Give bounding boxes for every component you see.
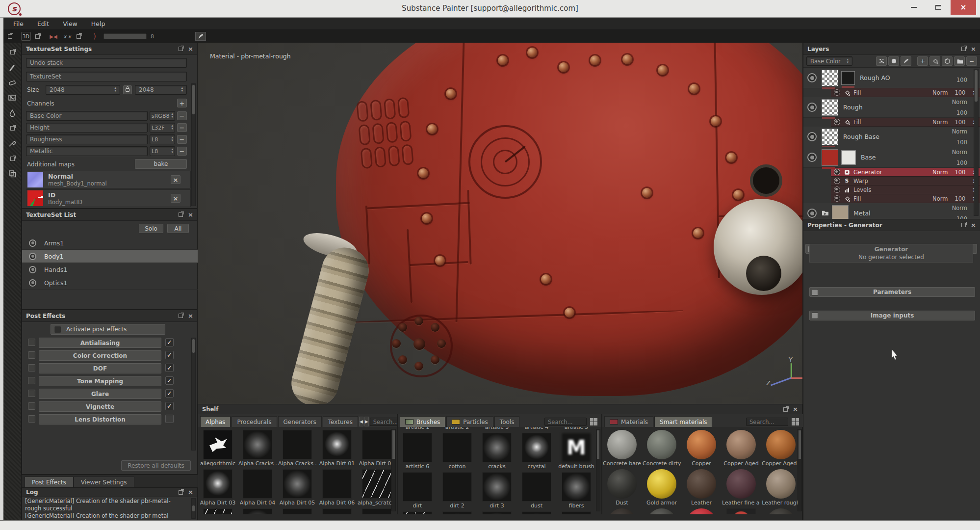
close-icon[interactable]: × — [971, 47, 976, 52]
layer-visibility-toggle[interactable] — [807, 132, 817, 141]
add-effect-icon[interactable] — [876, 56, 887, 66]
folder-expand-icon[interactable] — [822, 209, 829, 218]
visibility-radio-icon[interactable] — [29, 253, 36, 260]
visibility-radio-icon[interactable] — [29, 239, 36, 247]
export-icon[interactable] — [77, 34, 81, 39]
checkbox-unchecked[interactable] — [54, 326, 61, 333]
shelf-item[interactable]: Alpha Cracks ... — [240, 430, 275, 467]
effect-visibility-toggle[interactable] — [834, 186, 840, 193]
xx-projection-icon[interactable]: x x — [62, 32, 72, 41]
shelf-item[interactable]: Alpha Dirt 02 — [359, 430, 394, 467]
scrollbar[interactable] — [191, 338, 196, 450]
delete-layer-icon[interactable]: − — [966, 56, 977, 66]
layer-mask-thumbnail[interactable] — [841, 71, 855, 85]
layer-thumbnail[interactable] — [822, 99, 838, 116]
effect-row[interactable]: Fill Norm100× — [831, 118, 980, 127]
effect-row-lens-distortion[interactable]: Lens Distortion — [39, 414, 161, 424]
menu-edit[interactable]: Edit — [31, 19, 55, 29]
shelf-item[interactable] — [479, 511, 515, 514]
tab-smart-materials[interactable]: Smart materials — [654, 416, 712, 427]
lock-ratio-icon[interactable] — [123, 85, 132, 94]
close-button[interactable]: × — [951, 0, 976, 15]
effect-row-selected[interactable]: Generator Norm100× — [831, 168, 980, 177]
paint-layer-icon[interactable] — [901, 56, 911, 66]
export-icon[interactable] — [35, 34, 40, 39]
shelf-item[interactable]: cotton — [439, 433, 475, 470]
textureset-item[interactable]: Arms1 — [22, 237, 198, 250]
add-channel-button[interactable]: + — [177, 99, 187, 107]
smudge-tool[interactable] — [6, 107, 18, 119]
channel-name[interactable]: Roughness — [26, 134, 148, 144]
shelf-item[interactable]: Alpha Dirt 05 — [280, 469, 315, 506]
remove-map-button[interactable]: × — [171, 175, 181, 184]
effect-visibility-toggle[interactable] — [834, 119, 840, 125]
detach-icon[interactable] — [6, 122, 18, 134]
shelf-item[interactable]: Alpha Dirt 06 — [319, 469, 355, 506]
shelf-item[interactable]: crystal — [519, 433, 554, 470]
projection-tool[interactable] — [6, 92, 18, 104]
shelf-item[interactable] — [684, 508, 719, 514]
shelf-item[interactable]: Mdefault brush — [559, 433, 594, 470]
shelf-item[interactable] — [559, 511, 594, 514]
shelf-item[interactable] — [319, 508, 355, 514]
visibility-radio-icon[interactable] — [29, 266, 36, 273]
falloff-curve-icon[interactable]: ) — [90, 32, 100, 41]
size-width-select[interactable]: 2048 ▴▾ — [46, 85, 120, 95]
search-input[interactable]: Search... — [746, 418, 788, 426]
image-inputs-section-header[interactable]: Image inputs — [809, 311, 975, 320]
bake-button[interactable]: bake — [135, 159, 187, 169]
tab-viewer-settings[interactable]: Viewer Settings — [74, 477, 134, 487]
fill-layer-icon[interactable] — [929, 56, 940, 66]
tab-brushes[interactable]: Brushes — [400, 416, 445, 427]
shelf-item[interactable]: Leather — [684, 469, 719, 506]
all-button[interactable]: All — [167, 224, 189, 233]
channel-format-select[interactable]: sRGB8▴▾ — [150, 111, 175, 121]
layer-visibility-toggle[interactable] — [807, 73, 817, 82]
shelf-item[interactable]: Concrete dirty — [644, 430, 679, 467]
shelf-item[interactable] — [519, 511, 554, 514]
parameters-section-header[interactable]: Parameters — [809, 287, 975, 297]
shelf-item[interactable] — [200, 508, 235, 514]
layer-mask-thumbnail[interactable] — [841, 150, 856, 165]
effect-row[interactable]: Levels × — [831, 186, 980, 194]
shelf-item[interactable]: Copper Aged ... — [763, 430, 799, 467]
brush-size-slider[interactable] — [103, 33, 147, 39]
shelf-item[interactable]: alpha_scratch... — [359, 469, 394, 506]
grid-view-icon[interactable] — [590, 418, 597, 425]
effect-row-vignette[interactable]: Vignette — [39, 401, 161, 412]
tab-generators[interactable]: Generators — [278, 416, 322, 427]
remove-channel-button[interactable]: − — [177, 123, 187, 132]
channel-name[interactable]: Base Color — [26, 111, 148, 121]
layer-thumbnail[interactable] — [822, 129, 838, 145]
effect-checkbox[interactable]: ✓ — [165, 364, 174, 372]
shelf-item[interactable] — [280, 508, 315, 514]
effect-checkbox[interactable]: ✓ — [165, 338, 174, 346]
channel-format-select[interactable]: L32F▴▾ — [150, 123, 175, 132]
generator-selector[interactable]: Generator No generator selected — [809, 244, 973, 263]
detach-icon[interactable] — [179, 47, 183, 51]
effect-row-glare[interactable]: Glare — [39, 389, 161, 399]
search-input[interactable]: Search... — [370, 418, 398, 426]
scrollbar[interactable] — [798, 429, 802, 511]
tab-particles[interactable]: Particles — [446, 416, 493, 427]
effect-row[interactable]: Fill Norm100× — [831, 88, 980, 97]
shelf-item[interactable] — [644, 508, 679, 514]
effect-row-antialiasing[interactable]: Antialiasing — [39, 338, 161, 348]
grid-view-icon[interactable] — [792, 418, 799, 425]
shelf-item[interactable]: dust — [519, 472, 554, 509]
detach-icon[interactable] — [783, 407, 788, 412]
effect-row-tone-mapping[interactable]: Tone Mapping — [39, 376, 161, 386]
effect-checkbox[interactable]: ✓ — [165, 376, 174, 385]
additional-map-id[interactable]: ID Body_matID × — [26, 189, 191, 207]
effect-visibility-toggle[interactable] — [834, 169, 840, 175]
maximize-button[interactable] — [927, 0, 950, 15]
layer-row[interactable]: Base Norm100 — [803, 147, 980, 168]
close-icon[interactable]: × — [971, 223, 976, 228]
tab-procedurals[interactable]: Procedurals — [232, 416, 277, 427]
shelf-item[interactable]: Dust — [604, 469, 640, 506]
restore-defaults-button[interactable]: Restore all defaults — [121, 460, 191, 471]
remove-channel-button[interactable]: − — [177, 135, 187, 144]
layer-visibility-toggle[interactable] — [807, 153, 817, 162]
channel-name[interactable]: Metallic — [26, 146, 148, 156]
channel-selector[interactable]: Base Color ▴▾ — [806, 56, 852, 66]
